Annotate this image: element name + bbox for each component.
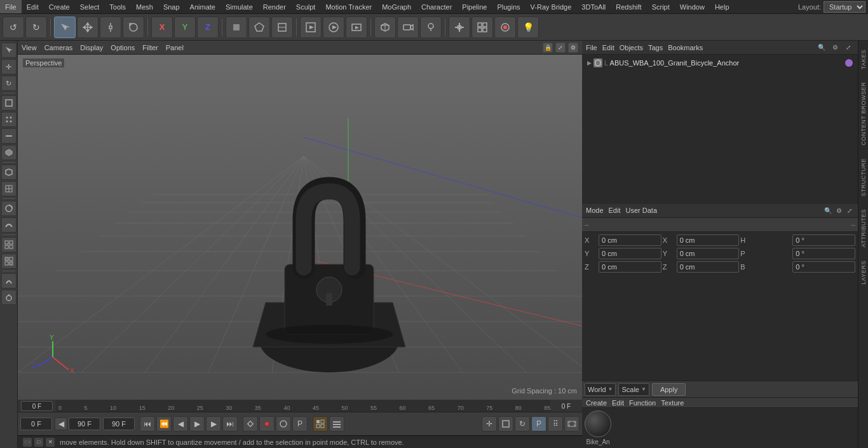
prev-frame-button[interactable]: ◀ bbox=[173, 416, 188, 431]
viewport-menu-view[interactable]: View bbox=[22, 44, 37, 51]
object-manager-content[interactable]: ▶ L ABUS_WBA_100_Granit_Bicycle_Anchor bbox=[582, 55, 858, 204]
view-camera-button[interactable] bbox=[397, 17, 419, 38]
mat-menu-texture[interactable]: Texture bbox=[661, 399, 684, 407]
go-end-button[interactable]: ⏭ bbox=[222, 416, 238, 431]
coord-x-pos-field[interactable]: 0 cm bbox=[599, 234, 661, 246]
tool-paint[interactable] bbox=[1, 201, 17, 216]
render-view-button[interactable] bbox=[323, 17, 344, 38]
menu-edit[interactable]: Edit bbox=[22, 0, 44, 13]
tab-content-browser[interactable]: Content Browser bbox=[859, 76, 868, 152]
viewport-menu-options[interactable]: Options bbox=[111, 44, 135, 51]
attr-settings-button[interactable]: ⚙ bbox=[834, 206, 843, 215]
tl-move-button[interactable]: ✛ bbox=[482, 416, 497, 431]
tool-move[interactable]: ✛ bbox=[1, 59, 17, 74]
coord-b-field[interactable]: 0 ° bbox=[792, 261, 855, 273]
render-region-button[interactable] bbox=[300, 17, 322, 38]
poly-mode-button[interactable] bbox=[248, 17, 270, 38]
om-menu-tags[interactable]: Tags bbox=[648, 44, 663, 51]
tool-object[interactable] bbox=[1, 95, 17, 111]
tab-takes[interactable]: Takes bbox=[859, 43, 868, 76]
autokey-button[interactable]: P bbox=[292, 416, 308, 431]
tool-weight[interactable] bbox=[1, 290, 17, 305]
menu-character[interactable]: Character bbox=[416, 0, 457, 13]
keyframe-remove-button[interactable] bbox=[259, 416, 275, 431]
next-frame-button[interactable]: ▶ bbox=[206, 416, 221, 431]
coord-h-field[interactable]: 0 ° bbox=[792, 234, 855, 246]
scale-tool-button[interactable] bbox=[100, 17, 121, 38]
move-tool-button[interactable] bbox=[77, 17, 98, 38]
menu-motion-tracker[interactable]: Motion Tracker bbox=[320, 0, 377, 13]
coord-p-field[interactable]: 0 ° bbox=[792, 248, 855, 259]
axis-y-button[interactable]: Y bbox=[174, 17, 196, 38]
render-output-button[interactable] bbox=[346, 17, 367, 38]
viewport-settings-button[interactable]: ⚙ bbox=[568, 43, 578, 53]
tool-grid-top[interactable] bbox=[1, 237, 17, 252]
current-frame-field[interactable]: 90 F bbox=[69, 417, 100, 430]
world-dropdown[interactable]: World bbox=[585, 383, 616, 396]
viewport-menu-filter[interactable]: Filter bbox=[142, 44, 158, 51]
timeline-view-button[interactable] bbox=[329, 416, 344, 431]
end-frame-field[interactable]: 90 F bbox=[103, 417, 135, 430]
menu-mesh[interactable]: Mesh bbox=[131, 0, 158, 13]
scale-dropdown[interactable]: Scale bbox=[618, 383, 649, 396]
tool-bend[interactable] bbox=[1, 273, 17, 288]
coord-z-size-field[interactable]: 0 cm bbox=[677, 261, 740, 273]
keyframe-add-button[interactable] bbox=[243, 416, 258, 431]
menu-sculpt[interactable]: Sculpt bbox=[291, 0, 321, 13]
mat-menu-create[interactable]: Create bbox=[586, 399, 607, 407]
viewport-lock-button[interactable]: 🔒 bbox=[543, 43, 553, 53]
start-frame-field[interactable]: 0 F bbox=[20, 417, 52, 430]
tool-polys[interactable] bbox=[1, 145, 17, 160]
menu-simulate[interactable]: Simulate bbox=[220, 0, 258, 13]
attr-menu-mode[interactable]: Mode bbox=[586, 207, 604, 214]
menu-animate[interactable]: Animate bbox=[185, 0, 220, 13]
close-icon[interactable]: ✕ bbox=[46, 438, 55, 447]
rotate-tool-button[interactable] bbox=[123, 17, 144, 38]
om-search-button[interactable]: 🔍 bbox=[816, 42, 827, 53]
redo-button[interactable]: ↻ bbox=[25, 17, 47, 38]
texture-mode-button[interactable] bbox=[271, 17, 293, 38]
menu-mograph[interactable]: MoGraph bbox=[377, 0, 416, 13]
om-menu-bookmarks[interactable]: Bookmarks bbox=[668, 44, 703, 51]
snap-button[interactable] bbox=[449, 17, 470, 38]
om-settings-button[interactable]: ⚙ bbox=[829, 42, 841, 53]
coord-y-size-field[interactable]: 0 cm bbox=[677, 248, 740, 259]
menu-tools[interactable]: Tools bbox=[104, 0, 131, 13]
menu-snap[interactable]: Snap bbox=[158, 0, 185, 13]
undo-button[interactable]: ↺ bbox=[3, 17, 24, 38]
attr-expand-button[interactable]: ⤢ bbox=[845, 206, 854, 215]
menu-redshift[interactable]: Redshift bbox=[611, 0, 646, 13]
menu-vray[interactable]: V-Ray Bridge bbox=[526, 0, 577, 13]
om-menu-objects[interactable]: Objects bbox=[620, 44, 643, 51]
go-start-button[interactable]: ⏮ bbox=[140, 416, 155, 431]
play-back-button[interactable]: ⏪ bbox=[156, 416, 172, 431]
tool-rotate[interactable]: ↻ bbox=[1, 76, 17, 91]
tool-grid-bot[interactable] bbox=[1, 254, 17, 269]
axis-x-button[interactable]: X bbox=[151, 17, 173, 38]
menu-script[interactable]: Script bbox=[647, 0, 675, 13]
tool-points[interactable] bbox=[1, 112, 17, 127]
viewport-expand-button[interactable]: ⤢ bbox=[555, 43, 566, 53]
view-light-button[interactable] bbox=[420, 17, 442, 38]
tl-curve-button[interactable]: ↻ bbox=[515, 416, 530, 431]
tl-p-button[interactable]: P bbox=[531, 416, 546, 431]
menu-help[interactable]: Help bbox=[710, 0, 735, 13]
menu-file[interactable]: File bbox=[0, 0, 22, 13]
menu-create[interactable]: Create bbox=[44, 0, 75, 13]
tool-sculpt[interactable] bbox=[1, 217, 17, 233]
viewport-menu-panel[interactable]: Panel bbox=[166, 44, 184, 51]
menu-window[interactable]: Window bbox=[675, 0, 710, 13]
menu-3dtoall[interactable]: 3DToAll bbox=[576, 0, 611, 13]
menu-pipeline[interactable]: Pipeline bbox=[457, 0, 492, 13]
attr-menu-userdata[interactable]: User Data bbox=[626, 207, 658, 214]
attr-search-button[interactable]: 🔍 bbox=[824, 206, 832, 215]
coord-x-size-field[interactable]: 0 cm bbox=[677, 234, 740, 246]
tl-dots-button[interactable]: ⠿ bbox=[548, 416, 563, 431]
tool-uvw[interactable] bbox=[1, 165, 17, 180]
tool-texture[interactable] bbox=[1, 181, 17, 196]
tool-edges[interactable] bbox=[1, 128, 17, 144]
mat-menu-function[interactable]: Function bbox=[629, 399, 656, 407]
camera-record-button[interactable] bbox=[494, 17, 516, 38]
coord-y-pos-field[interactable]: 0 cm bbox=[599, 248, 661, 259]
viewport-menu-display[interactable]: Display bbox=[80, 44, 103, 51]
